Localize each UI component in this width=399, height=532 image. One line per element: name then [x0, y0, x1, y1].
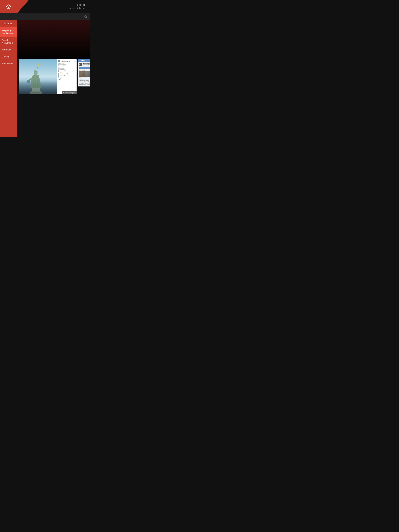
app-header: digital terror+ hate — [0, 0, 90, 13]
telegram-group-card[interactable]: ← Group 🏛 Миф о холокосте Миф о холокост… — [78, 59, 90, 86]
ig-add-comment[interactable]: Add a comment... — [58, 81, 76, 82]
tg-photos-label: PHOTOS 108 — [78, 70, 90, 71]
ig-comment-avatar-3 — [58, 75, 59, 77]
tg-join-button[interactable] — [79, 67, 90, 69]
svg-point-3 — [38, 63, 39, 66]
tg-header: ← Group — [78, 59, 90, 62]
ig-mentions: @mynata777@mng_invisible.jpg@docs_red_ha… — [58, 63, 76, 70]
ig-likes: 114 likes — [58, 79, 76, 80]
tg-back-button[interactable]: ← — [79, 60, 81, 62]
sidebar-item-gaming[interactable]: Gaming — [0, 53, 17, 60]
instagram-panel: patrick_henry76 Follow @mynata777@mng_in… — [57, 59, 77, 94]
statue-image-half — [19, 59, 57, 94]
tg-description-label: Description: — [78, 78, 90, 80]
svg-rect-13 — [31, 91, 41, 92]
ig-comment-avatar-1 — [58, 70, 59, 72]
svg-rect-14 — [30, 92, 42, 94]
svg-point-0 — [84, 15, 86, 18]
svg-rect-9 — [27, 80, 30, 82]
ig-comment-text-1: not_trump The photo is magnificent 🏆 — [60, 70, 76, 73]
ig-comment-icon[interactable]: 💬 — [60, 77, 62, 79]
media-card-label: QAnon Instagram — [62, 91, 77, 94]
svg-text:🏛: 🏛 — [79, 64, 80, 65]
ig-follow[interactable]: Follow — [73, 61, 76, 62]
ig-heart-icon[interactable]: ♡ — [58, 77, 59, 79]
ig-comment-avatar-2 — [58, 73, 59, 75]
brand-text: digital terror+ hate — [69, 3, 85, 10]
svg-rect-12 — [32, 89, 40, 91]
ig-comment-2: concernedpgh Nice one! — [58, 73, 76, 75]
main-content: US/Canada Targeting the Enemy Social Net… — [0, 20, 90, 137]
tg-photo-1 — [79, 71, 85, 77]
sidebar-item-recruitment[interactable]: Recruitment — [0, 60, 17, 67]
tg-photo-2 — [85, 71, 90, 77]
ig-comment-3: virgtony70 🍺🍺🍺🍺 — [58, 75, 76, 77]
tg-group-info: 🏛 Миф о холокосте Миф о холокосте с... — [78, 62, 90, 67]
sidebar-item-us-canada[interactable]: US/Canada — [0, 20, 17, 27]
header-home-area[interactable] — [0, 0, 17, 13]
brand-line1: digital — [69, 3, 85, 7]
search-icon[interactable] — [84, 15, 88, 19]
tg-photo-grid — [78, 71, 90, 77]
ig-comment-1: not_trump The photo is magnificent 🏆 — [58, 70, 76, 73]
tg-group-title: Group — [81, 60, 85, 61]
home-icon — [6, 4, 11, 9]
sidebar-item-terrorism[interactable]: Terrorism — [0, 46, 17, 53]
ig-username: patrick_henry76 — [61, 61, 70, 62]
tg-group-text: Миф о холокосте Миф о холокосте с... — [83, 63, 90, 65]
tg-group-avatar-icon: 🏛 — [79, 63, 82, 66]
header-brand-area: digital terror+ hate — [17, 0, 90, 13]
sidebar-item-social-networking[interactable]: Social Networking — [0, 37, 17, 47]
svg-line-1 — [86, 17, 87, 18]
search-bar — [0, 13, 90, 20]
ig-avatar — [58, 60, 60, 62]
ig-share-icon[interactable]: ↗ — [62, 77, 64, 79]
svg-point-5 — [34, 71, 38, 75]
statue-of-liberty-svg — [23, 63, 46, 94]
content-area: patrick_henry76 Follow @mynata777@mng_in… — [17, 20, 90, 137]
qanon-instagram-card[interactable]: patrick_henry76 Follow @mynata777@mng_in… — [19, 59, 77, 94]
tg-description-text: Среди мифов XX века созданных были особо… — [78, 80, 90, 86]
ig-comment-text-3: virgtony70 🍺🍺🍺🍺 — [60, 75, 70, 76]
ig-action-row: ♡ 💬 ↗ — [58, 77, 76, 79]
tg-group-avatar: 🏛 — [79, 63, 82, 66]
tg-info-label: INFO — [78, 77, 90, 78]
brand-line2: terror+ hate — [69, 7, 85, 10]
sidebar: US/Canada Targeting the Enemy Social Net… — [0, 20, 17, 137]
tg-group-desc: Миф о холокосте с... — [83, 64, 90, 65]
sidebar-item-targeting-enemy[interactable]: Targeting the Enemy — [0, 27, 17, 37]
media-cards-area: patrick_henry76 Follow @mynata777@mng_in… — [17, 59, 90, 98]
ig-comment-text-2: concernedpgh Nice one! — [60, 73, 71, 75]
sky-background — [19, 59, 57, 94]
sidebar-nav: US/Canada Targeting the Enemy Social Net… — [0, 20, 17, 67]
ig-user-row: patrick_henry76 Follow — [58, 60, 76, 62]
content-dark-overlay — [17, 20, 90, 59]
media-card-inner: patrick_henry76 Follow @mynata777@mng_in… — [19, 59, 77, 94]
content-dark-bottom — [17, 98, 90, 137]
